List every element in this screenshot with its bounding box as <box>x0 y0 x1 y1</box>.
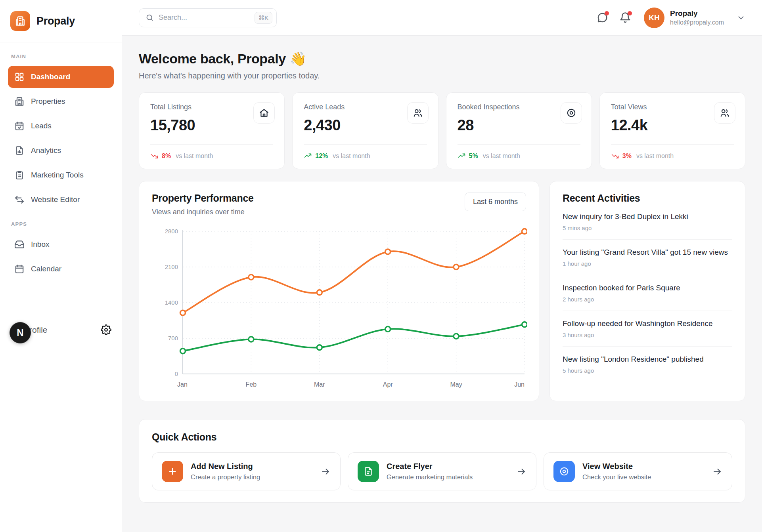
chart-subtitle: Views and inquiries over time <box>152 208 254 216</box>
quick-action-text: View WebsiteCheck your live website <box>582 462 651 481</box>
trend-up-icon <box>458 152 466 160</box>
activities-list: New inquiry for 3-Bed Duplex in Lekki5 m… <box>563 204 732 382</box>
quick-action-icon-box <box>358 461 379 482</box>
sidebar-item-analytics[interactable]: Analytics <box>8 139 114 162</box>
sidebar-item-label: Properties <box>31 97 65 106</box>
svg-text:2100: 2100 <box>165 263 178 270</box>
trend-value: 8% <box>162 153 171 160</box>
wave-emoji: 👋 <box>290 51 306 67</box>
user-email: hello@propaly.com <box>670 19 724 26</box>
activity-text: Inspection booked for Paris Square <box>563 284 732 292</box>
grid-icon <box>14 72 25 82</box>
activity-time: 3 hours ago <box>563 332 732 338</box>
quick-action-subtitle: Check your live website <box>582 473 651 481</box>
doc-chart-icon <box>14 145 25 156</box>
eye-scan-icon <box>566 108 576 118</box>
activity-item[interactable]: Follow-up needed for Washington Residenc… <box>563 311 732 347</box>
building-icon <box>14 96 25 107</box>
trend-indicator: 8%vs last month <box>150 152 273 160</box>
trend-value: 3% <box>622 153 632 160</box>
stat-card-total-views: Total Views12.4k3%vs last month <box>599 92 745 169</box>
brand-name: Propaly <box>36 15 75 27</box>
svg-text:Apr: Apr <box>383 381 393 388</box>
svg-text:1400: 1400 <box>165 299 178 306</box>
sidebar-item-calendar[interactable]: Calendar <box>8 258 114 280</box>
search-icon <box>146 13 154 22</box>
range-select-button[interactable]: Last 6 months <box>465 193 526 211</box>
notification-dot <box>628 11 632 15</box>
sidebar-item-label: Analytics <box>31 146 61 155</box>
activity-time: 5 mins ago <box>563 225 732 231</box>
quick-action-text: Create FlyerGenerate marketing materials <box>387 462 473 481</box>
divider <box>458 144 580 145</box>
sidebar: Propaly MAINDashboardPropertiesLeadsAnal… <box>0 0 122 532</box>
quick-action-title: View Website <box>582 462 651 471</box>
recent-activities-card: Recent Activities New inquiry for 3-Bed … <box>549 181 745 401</box>
svg-text:0: 0 <box>175 370 178 377</box>
quick-action-title: Create Flyer <box>387 462 473 471</box>
notification-dot <box>605 11 609 15</box>
nav-section-label: MAIN <box>8 53 114 59</box>
trend-indicator: 12%vs last month <box>304 152 427 160</box>
search-box[interactable]: ⌘K <box>139 8 277 27</box>
search-input[interactable] <box>159 13 250 22</box>
bell-icon[interactable] <box>619 12 631 24</box>
profile-row[interactable]: N Profile <box>0 317 122 342</box>
quick-actions-title: Quick Actions <box>152 431 732 443</box>
quick-action-add-new-listing[interactable]: Add New ListingCreate a property listing <box>152 452 341 490</box>
main-area: ⌘K KH Propaly hello@propaly.com Welcome … <box>122 0 762 532</box>
quick-action-icon-box <box>162 461 183 482</box>
arrow-right-icon <box>712 467 722 477</box>
topbar-right: KH Propaly hello@propaly.com <box>585 8 745 28</box>
activity-item[interactable]: New inquiry for 3-Bed Duplex in Lekki5 m… <box>563 204 732 240</box>
nextjs-dev-badge[interactable]: N <box>10 322 31 343</box>
sidebar-item-marketing-tools[interactable]: Marketing Tools <box>8 164 114 186</box>
sidebar-nav: MAINDashboardPropertiesLeadsAnalyticsMar… <box>0 42 122 280</box>
sidebar-item-label: Calendar <box>31 265 61 273</box>
quick-action-view-website[interactable]: View WebsiteCheck your live website <box>544 452 732 490</box>
activity-item[interactable]: Your listing "Grand Resort Villa" got 15… <box>563 240 732 275</box>
activity-text: New listing "London Residence" published <box>563 355 732 364</box>
line-chart: 0700140021002800JanFebMarAprMayJun <box>152 225 526 393</box>
page-title: Welcome back, Propaly👋 <box>139 51 745 67</box>
activity-time: 1 hour ago <box>563 260 732 267</box>
quick-action-icon-box <box>553 461 575 482</box>
sidebar-item-leads[interactable]: Leads <box>8 115 114 137</box>
user-name: Propaly <box>670 9 724 18</box>
quick-action-create-flyer[interactable]: Create FlyerGenerate marketing materials <box>348 452 536 490</box>
activity-time: 5 hours ago <box>563 367 732 374</box>
stat-cards: Total Listings15,7808%vs last monthActiv… <box>139 92 745 169</box>
quick-actions-row: Add New ListingCreate a property listing… <box>152 452 732 490</box>
svg-text:Jan: Jan <box>177 381 188 388</box>
sidebar-item-properties[interactable]: Properties <box>8 90 114 113</box>
trend-up-icon <box>304 152 312 160</box>
sidebar-item-dashboard[interactable]: Dashboard <box>8 66 114 88</box>
quick-action-text: Add New ListingCreate a property listing <box>191 462 260 481</box>
nav-section-label: APPS <box>8 221 114 227</box>
calendar-check-icon <box>14 121 25 131</box>
dashboard-content: Welcome back, Propaly👋 Here's what's hap… <box>122 36 762 532</box>
svg-text:2800: 2800 <box>165 228 178 235</box>
arrows-swap-icon <box>14 194 25 205</box>
eye-scan-icon <box>559 466 569 477</box>
trend-down-icon <box>611 152 619 160</box>
sidebar-item-inbox[interactable]: Inbox <box>8 233 114 256</box>
messages-icon[interactable] <box>596 12 608 24</box>
trend-label: vs last month <box>636 153 674 160</box>
activity-text: New inquiry for 3-Bed Duplex in Lekki <box>563 212 732 221</box>
divider <box>611 144 734 145</box>
svg-text:Jun: Jun <box>514 381 525 388</box>
stat-icon-box <box>561 102 582 124</box>
activity-item[interactable]: New listing "London Residence" published… <box>563 347 732 382</box>
activities-title: Recent Activities <box>563 193 732 204</box>
trend-value: 12% <box>315 153 328 160</box>
sidebar-item-label: Leads <box>31 122 52 130</box>
file-text-icon <box>363 466 373 477</box>
activity-text: Your listing "Grand Resort Villa" got 15… <box>563 248 732 257</box>
quick-action-subtitle: Generate marketing materials <box>387 473 473 481</box>
sidebar-item-website-editor[interactable]: Website Editor <box>8 189 114 211</box>
user-menu[interactable]: KH Propaly hello@propaly.com <box>644 8 745 28</box>
property-performance-card: Property Performance Views and inquiries… <box>139 181 539 401</box>
gear-icon[interactable] <box>101 324 111 335</box>
activity-item[interactable]: Inspection booked for Paris Square2 hour… <box>563 275 732 311</box>
